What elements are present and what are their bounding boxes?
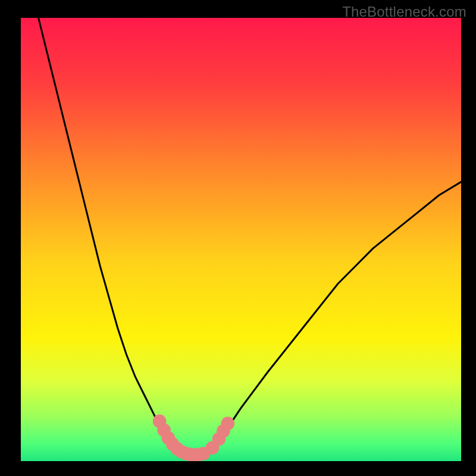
gradient-background [21,18,461,461]
chart-frame: TheBottleneck.com [0,0,476,476]
bottleneck-chart [21,18,461,461]
data-marker [221,416,234,430]
chart-plot-area [21,18,461,461]
